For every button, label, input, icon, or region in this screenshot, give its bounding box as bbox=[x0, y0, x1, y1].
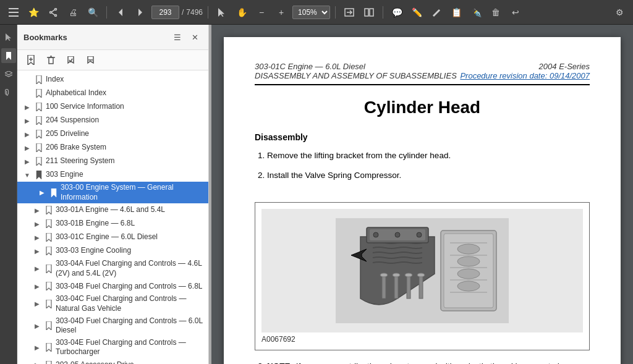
bookmark-item-303-01a[interactable]: ▶ 303-01A Engine — 4.6L and 5.4L bbox=[17, 203, 208, 217]
bookmark-item-index[interactable]: Index bbox=[17, 73, 208, 87]
bookmark-item-303-04c[interactable]: ▶ 303-04C Fuel Charging and Controls — N… bbox=[17, 293, 208, 315]
section-heading: Disassembly bbox=[255, 132, 590, 142]
svg-point-4 bbox=[55, 14, 57, 16]
new-bookmark-btn[interactable] bbox=[22, 53, 40, 67]
page-series: 2004 E-Series bbox=[460, 62, 590, 71]
pointer-tool-button[interactable] bbox=[213, 4, 231, 21]
highlight-button[interactable]: ✏️ bbox=[408, 4, 425, 21]
svg-point-36 bbox=[380, 273, 388, 277]
bookmark-item-303-04a[interactable]: ▶ 303-04A Fuel Charging and Controls — 4… bbox=[17, 258, 208, 279]
expand-button[interactable]: ▶ bbox=[32, 342, 42, 352]
sign-button[interactable]: ✒️ bbox=[467, 4, 485, 21]
zoom-select[interactable]: 50%75%100%105%125%150%200% bbox=[292, 6, 330, 19]
page-number-input[interactable]: 293 bbox=[151, 6, 179, 19]
expand-button[interactable]: ▶ bbox=[32, 219, 42, 229]
bookmark-icon bbox=[45, 342, 53, 352]
bookmark-label: 303 Engine bbox=[46, 170, 203, 180]
separator-1 bbox=[106, 6, 107, 19]
search-button[interactable]: 🔍 bbox=[84, 4, 101, 21]
bookmark-icon bbox=[45, 281, 53, 291]
svg-marker-16 bbox=[5, 71, 12, 75]
bookmark-item-205[interactable]: ▶ 205 Driveline bbox=[17, 127, 208, 141]
page-header-left: 303-01C Engine — 6.0L Diesel DISASSEMBLY… bbox=[255, 62, 457, 80]
attachments-btn[interactable] bbox=[1, 85, 16, 100]
expand-button[interactable]: ▶ bbox=[32, 205, 42, 215]
separator-2 bbox=[208, 6, 208, 19]
step-3: NOTE: If necessary, strike the valve ste… bbox=[267, 360, 590, 365]
page-separator: / bbox=[182, 8, 184, 17]
stamp-button[interactable]: 📋 bbox=[448, 4, 465, 21]
svg-point-38 bbox=[405, 273, 412, 277]
bookmarks-panel-btn[interactable] bbox=[1, 48, 16, 63]
share-button[interactable] bbox=[45, 4, 62, 21]
sidebar-menu-btn[interactable]: ☰ bbox=[170, 30, 185, 44]
separator-4 bbox=[383, 6, 383, 19]
bookmark-item-303-01c[interactable]: ▶ 303-01C Engine — 6.0L Diesel bbox=[17, 231, 208, 244]
content-area[interactable]: 303-01C Engine — 6.0L Diesel DISASSEMBLY… bbox=[211, 25, 633, 364]
expand-button[interactable]: ▶ bbox=[22, 129, 32, 139]
sidebar-close-btn[interactable]: ✕ bbox=[187, 30, 202, 44]
bookmark-item-303-03[interactable]: ▶ 303-03 Engine Cooling bbox=[17, 244, 208, 258]
svg-point-28 bbox=[373, 232, 378, 237]
expand-button[interactable]: ▼ bbox=[22, 170, 32, 180]
sidebar-resize-handle[interactable] bbox=[209, 25, 211, 364]
step-2-text: Install the Valve Spring Compressor. bbox=[267, 171, 401, 180]
expand-button[interactable]: ▶ bbox=[32, 264, 42, 274]
bookmark-label: 303-01A Engine — 4.6L and 5.4L bbox=[56, 205, 203, 215]
svg-point-3 bbox=[55, 8, 57, 10]
bookmark-item-303-05[interactable]: ▶ 303-05 Accessory Drive bbox=[17, 358, 208, 364]
bookmark-item-303-04e[interactable]: ▶ 303-04E Fuel Charging and Controls — T… bbox=[17, 337, 208, 358]
page-revision: Procedure revision date: 09/14/2007 bbox=[460, 71, 590, 80]
delete-button[interactable]: 🗑 bbox=[487, 4, 504, 21]
cursor-tool-btn[interactable] bbox=[1, 30, 16, 44]
bookmark-icon bbox=[35, 143, 43, 153]
fit-width-button[interactable] bbox=[341, 4, 358, 21]
comment-button[interactable]: 💬 bbox=[388, 4, 406, 21]
print-button[interactable]: 🖨 bbox=[64, 4, 82, 21]
bookmark-item-303-04d[interactable]: ▶ 303-04D Fuel Charging and Controls — 6… bbox=[17, 315, 208, 337]
more-button[interactable]: ⚙ bbox=[611, 4, 628, 21]
page-header-right: 2004 E-Series Procedure revision date: 0… bbox=[460, 62, 590, 80]
bookmark-icon bbox=[35, 156, 43, 166]
expand-button[interactable]: ▶ bbox=[37, 188, 47, 198]
expand-button[interactable]: ▶ bbox=[32, 246, 42, 256]
collapse-all-btn[interactable] bbox=[82, 53, 99, 67]
expand-button[interactable]: ▶ bbox=[32, 360, 42, 364]
zoom-out-button[interactable]: − bbox=[253, 4, 270, 21]
draw-button[interactable] bbox=[428, 4, 445, 21]
bookmark-list: Index Alphabetical Index ▶ 100 Service I… bbox=[17, 70, 208, 364]
expand-button[interactable]: ▶ bbox=[22, 116, 32, 125]
bookmark-item-206[interactable]: ▶ 206 Brake System bbox=[17, 141, 208, 154]
bookmark-item-303-01b[interactable]: ▶ 303-01B Engine — 6.8L bbox=[17, 217, 208, 231]
layers-panel-btn[interactable] bbox=[1, 67, 16, 82]
expand-all-btn[interactable] bbox=[62, 53, 79, 67]
bookmark-item-303[interactable]: ▼ 303 Engine bbox=[17, 168, 208, 182]
bookmark-item-303-04b[interactable]: ▶ 303-04B Fuel Charging and Controls — 6… bbox=[17, 279, 208, 293]
bookmark-item-alphabetical[interactable]: Alphabetical Index bbox=[17, 87, 208, 100]
next-page-button[interactable] bbox=[132, 4, 149, 21]
bookmark-button[interactable]: ⭐ bbox=[25, 4, 42, 21]
prev-page-button[interactable] bbox=[112, 4, 129, 21]
hand-tool-button[interactable]: ✋ bbox=[233, 4, 250, 21]
bookmark-item-100[interactable]: ▶ 100 Service Information bbox=[17, 100, 208, 114]
zoom-in-button[interactable]: + bbox=[273, 4, 290, 21]
bookmark-item-211[interactable]: ▶ 211 Steering System bbox=[17, 154, 208, 168]
undo-button[interactable]: ↩ bbox=[507, 4, 524, 21]
expand-button[interactable]: ▶ bbox=[32, 281, 42, 291]
expand-button[interactable]: ▶ bbox=[22, 143, 32, 153]
toggle-sidebar-button[interactable] bbox=[5, 4, 22, 21]
two-page-button[interactable] bbox=[360, 4, 378, 21]
bookmark-item-303-00[interactable]: ▶ 303-00 Engine System — General Informa… bbox=[17, 182, 208, 203]
step-2: Install the Valve Spring Compressor. bbox=[267, 169, 590, 182]
delete-bookmark-btn[interactable] bbox=[42, 53, 59, 67]
step-1: Remove the lifting bracket from the cyli… bbox=[267, 150, 590, 162]
expand-button[interactable]: ▶ bbox=[22, 156, 32, 166]
bookmark-icon bbox=[35, 88, 43, 98]
engine-illustration bbox=[336, 218, 509, 323]
expand-button[interactable]: ▶ bbox=[32, 232, 42, 242]
expand-button[interactable]: ▶ bbox=[22, 102, 32, 112]
page-document: 303-01C Engine — 6.0L Diesel DISASSEMBLY… bbox=[224, 37, 621, 364]
expand-button[interactable]: ▶ bbox=[32, 321, 42, 331]
expand-button[interactable]: ▶ bbox=[32, 299, 42, 309]
bookmark-item-204[interactable]: ▶ 204 Suspension bbox=[17, 114, 208, 127]
